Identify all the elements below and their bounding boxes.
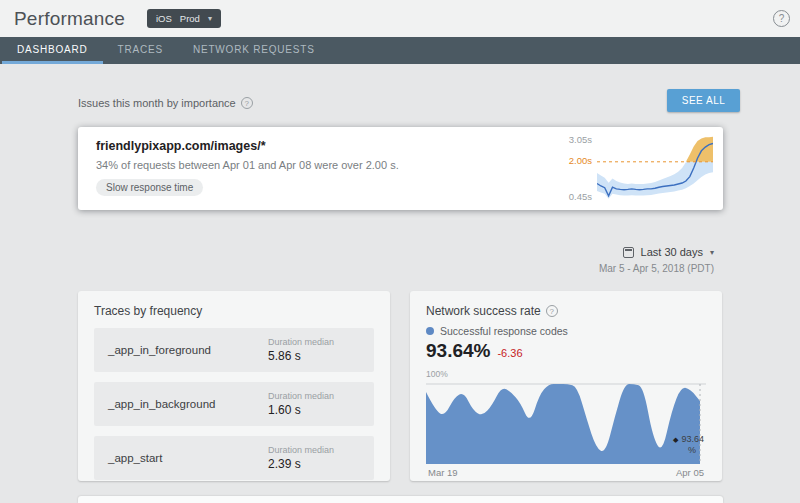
y-tick-max: 3.05s — [569, 134, 592, 145]
response-time-chart — [597, 136, 713, 200]
annotation-unit: % — [673, 445, 704, 456]
chevron-down-icon: ▾ — [710, 248, 714, 257]
issue-chart-y-axis: 3.05s 2.00s 0.45s — [556, 136, 592, 200]
success-rate-delta: -6.36 — [497, 347, 522, 359]
metric-label: Duration median — [268, 445, 360, 455]
trace-metric: Duration median 5.86 s — [268, 337, 360, 363]
issues-section-title-text: Issues this month by importance — [78, 97, 236, 109]
network-success-chart — [426, 380, 706, 464]
info-icon[interactable]: ? — [546, 305, 558, 317]
network-card-title: Network success rate ? — [426, 304, 706, 318]
help-icon[interactable]: ? — [773, 10, 790, 27]
traces-card: Traces by frequency _app_in_foreground D… — [78, 291, 390, 481]
performance-dashboard-page: Performance iOS Prod ▾ ? DASHBOARD TRACE… — [0, 0, 800, 503]
calendar-icon — [623, 247, 634, 258]
annotation-value: 93.64 — [681, 434, 704, 444]
legend-label: Successful response codes — [440, 325, 568, 337]
network-value-row: 93.64% -6.36 — [426, 340, 706, 362]
tab-bar: DASHBOARD TRACES NETWORK REQUESTS — [0, 37, 800, 64]
chart-legend: Successful response codes — [426, 325, 706, 337]
y-tick-threshold: 2.00s — [569, 155, 592, 166]
issue-card[interactable]: friendlypixapp.com/images/* 34% of reque… — [78, 127, 723, 210]
metric-label: Duration median — [268, 337, 360, 347]
app-header: Performance iOS Prod ▾ ? — [0, 0, 800, 37]
trace-name: _app_in_foreground — [108, 344, 211, 356]
last-point-annotation: ◆93.64 % — [673, 434, 704, 456]
trace-row-app-in-background[interactable]: _app_in_background Duration median 1.60 … — [94, 382, 374, 426]
trace-row-app-start[interactable]: _app_start Duration median 2.39 s — [94, 436, 374, 480]
y-tick-min: 0.45s — [569, 191, 592, 202]
trace-metric: Duration median 2.39 s — [268, 445, 360, 471]
tab-dashboard[interactable]: DASHBOARD — [2, 37, 103, 64]
point-marker-icon: ◆ — [673, 436, 678, 443]
trace-row-app-in-foreground[interactable]: _app_in_foreground Duration median 5.86 … — [94, 328, 374, 372]
issue-chart-area: 3.05s 2.00s 0.45s — [556, 136, 713, 200]
x-axis-end-label: Apr 05 — [676, 467, 704, 478]
date-range-preset: Last 30 days — [641, 246, 703, 258]
metric-value: 2.39 s — [268, 457, 360, 471]
page-title: Performance — [14, 8, 125, 30]
chevron-down-icon: ▾ — [208, 14, 212, 23]
network-chart-area: ◆93.64 % Mar 19 Apr 05 — [426, 380, 706, 478]
date-range-text: Mar 5 - Apr 5, 2018 (PDT) — [599, 263, 714, 274]
date-range-block: Last 30 days ▾ Mar 5 - Apr 5, 2018 (PDT) — [599, 246, 714, 274]
x-axis-labels: Mar 19 Apr 05 — [426, 467, 706, 478]
app-selector-dropdown[interactable]: iOS Prod ▾ — [147, 9, 221, 28]
traces-card-title: Traces by frequency — [94, 304, 374, 318]
date-range-dropdown[interactable]: Last 30 days ▾ — [599, 246, 714, 258]
trace-name: _app_start — [108, 452, 162, 464]
x-axis-start-label: Mar 19 — [428, 467, 458, 478]
success-rate-value: 93.64% — [426, 340, 490, 362]
issue-badge: Slow response time — [96, 179, 203, 196]
metric-label: Duration median — [268, 391, 360, 401]
app-selector-env: Prod — [180, 13, 200, 24]
metric-value: 1.60 s — [268, 403, 360, 417]
metric-value: 5.86 s — [268, 349, 360, 363]
y-axis-100-label: 100% — [426, 369, 706, 379]
issues-section-title: Issues this month by importance ? — [78, 97, 253, 109]
next-card-peek — [78, 496, 723, 503]
tab-traces[interactable]: TRACES — [103, 37, 178, 64]
info-icon[interactable]: ? — [241, 97, 253, 109]
trace-metric: Duration median 1.60 s — [268, 391, 360, 417]
tab-network-requests[interactable]: NETWORK REQUESTS — [178, 37, 330, 64]
network-card-title-text: Network success rate — [426, 304, 541, 318]
see-all-button[interactable]: SEE ALL — [667, 89, 740, 112]
network-success-card: Network success rate ? Successful respon… — [410, 291, 722, 481]
trace-name: _app_in_background — [108, 398, 215, 410]
app-selector-os: iOS — [156, 13, 172, 24]
legend-dot-icon — [426, 327, 434, 335]
